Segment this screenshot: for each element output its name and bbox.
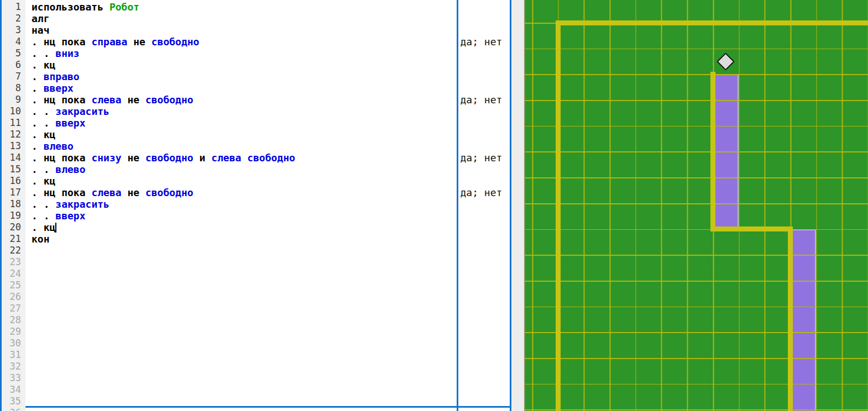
code-token: . (32, 71, 44, 82)
code-line[interactable]: . нц пока снизу не свободно и слева своб… (32, 152, 456, 164)
code-token: снизу (91, 152, 121, 164)
wall (710, 72, 715, 231)
code-line[interactable]: . . закрасить (32, 106, 456, 117)
code-line[interactable]: . кц (32, 175, 456, 187)
line-number: 14 (2, 152, 26, 164)
code-token: . нц пока (32, 152, 91, 164)
painted-cell (713, 100, 739, 126)
line-number: 8 (2, 82, 26, 94)
code-token: . кц (32, 59, 55, 71)
code-line[interactable]: кон (32, 233, 456, 245)
code-line[interactable]: нач (32, 24, 456, 36)
margin-note: да; нет (461, 94, 503, 106)
code-token: . (32, 140, 44, 152)
painted-cell (791, 358, 817, 384)
margin-note: да; нет (461, 187, 503, 198)
wall (556, 20, 561, 411)
line-number: 32 (2, 361, 26, 372)
code-token: свободно (151, 36, 200, 48)
code-line[interactable]: алг (32, 13, 456, 24)
line-number-gutter: 1234567891011121314151617181920212223242… (2, 0, 26, 411)
line-number: 25 (2, 280, 26, 291)
code-line[interactable]: . . закрасить (32, 198, 456, 210)
line-number: 16 (2, 175, 26, 187)
line-number: 4 (2, 36, 26, 48)
painted-cell (713, 74, 739, 100)
code-token: не (127, 36, 151, 48)
robot-field[interactable] (524, 0, 868, 411)
code-token: использовать (32, 1, 109, 13)
code-token: . нц пока (32, 94, 91, 106)
line-number: 15 (2, 164, 26, 175)
code-line[interactable]: . . вниз (32, 48, 456, 59)
code-line[interactable]: . нц пока слева не свободно (32, 94, 456, 106)
line-number: 19 (2, 210, 26, 222)
code-token: кон (32, 233, 50, 245)
code-token: . . (32, 117, 55, 129)
code-token: . нц пока (32, 187, 91, 198)
line-number: 3 (2, 24, 26, 36)
code-line[interactable]: . . вверх (32, 117, 456, 129)
editor-frame-left (0, 0, 2, 411)
line-number: 28 (2, 314, 26, 326)
code-line[interactable]: . . вверх (32, 210, 456, 222)
code-line[interactable]: . вправо (32, 71, 456, 82)
painted-cell (791, 281, 817, 307)
code-token: вверх (55, 210, 85, 222)
code-token: Робот (109, 1, 139, 13)
wall (788, 226, 793, 411)
line-number: 36 (2, 407, 26, 411)
code-editor[interactable]: использовать Роботалгнач. нц пока справа… (25, 0, 456, 411)
line-number: 17 (2, 187, 26, 198)
line-number: 1 (2, 1, 26, 13)
code-token: . . (32, 48, 55, 59)
code-line[interactable]: . нц пока справа не свободно (32, 36, 456, 48)
painted-cell (713, 152, 739, 178)
code-line[interactable]: использовать Робот (32, 1, 456, 13)
code-token: не (122, 94, 145, 106)
robot[interactable] (717, 52, 735, 71)
code-line[interactable]: . влево (32, 140, 456, 152)
code-token: свободно (145, 152, 194, 164)
kumir-window: 1234567891011121314151617181920212223242… (0, 0, 868, 411)
code-token: . . (32, 164, 55, 175)
wall (710, 226, 793, 231)
code-token: . кц (32, 129, 55, 140)
line-number: 22 (2, 245, 26, 256)
code-line[interactable]: . кц (32, 59, 456, 71)
code-token: . нц пока (32, 36, 91, 48)
painted-cell (713, 203, 739, 229)
code-token: вниз (55, 48, 79, 59)
painted-cell (791, 307, 817, 333)
line-number: 26 (2, 291, 26, 303)
wall (556, 20, 868, 25)
painted-cell (791, 332, 817, 358)
code-line[interactable]: . вверх (32, 82, 456, 94)
code-token: закрасить (55, 198, 109, 210)
code-token: влево (55, 164, 85, 175)
line-number: 23 (2, 256, 26, 268)
code-line[interactable]: . кц (32, 129, 456, 140)
code-token: вверх (44, 82, 74, 94)
line-number: 34 (2, 384, 26, 396)
line-number: 7 (2, 71, 26, 82)
line-number: 9 (2, 94, 26, 106)
code-line[interactable]: . нц пока слева не свободно (32, 187, 456, 198)
line-number: 13 (2, 140, 26, 152)
code-token: . . (32, 198, 55, 210)
code-token: не (122, 152, 145, 164)
line-number: 11 (2, 117, 26, 129)
code-token: слева (91, 94, 121, 106)
code-line[interactable]: . . влево (32, 164, 456, 175)
code-token: и (194, 152, 212, 164)
code-token: вверх (55, 117, 85, 129)
code-token: . (32, 82, 44, 94)
code-line[interactable]: . кц (32, 222, 456, 233)
code-token: влево (44, 140, 74, 152)
code-token: . кц (32, 222, 55, 233)
margin-separator (457, 0, 458, 411)
painted-cell (713, 177, 739, 203)
editor-results-margin: да; нетда; нетда; нетда; нет (458, 0, 510, 411)
painted-cell (713, 126, 739, 152)
line-number: 21 (2, 233, 26, 245)
